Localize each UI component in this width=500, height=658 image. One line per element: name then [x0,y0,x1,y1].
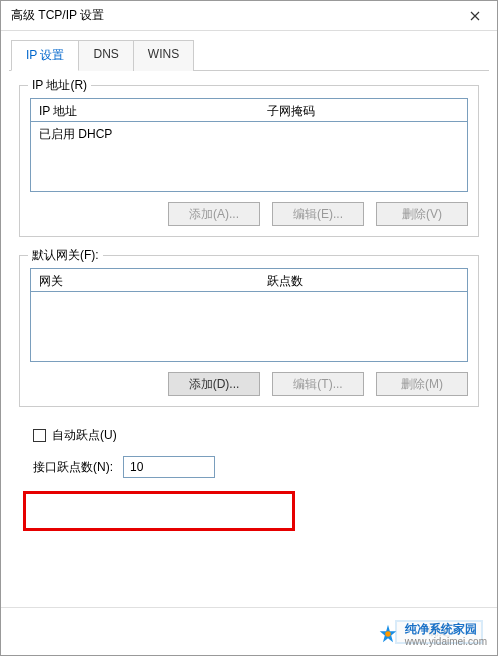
ip-edit-button: 编辑(E)... [272,202,364,226]
tab-panel-ip: IP 地址(R) IP 地址 子网掩码 已启用 DHCP 添加(A)... 编辑… [9,71,489,502]
tab-wins[interactable]: WINS [134,40,194,71]
col-metric: 跃点数 [259,269,467,291]
watermark: 纯净系统家园 www.yidaimei.com [373,619,491,649]
auto-metric-label: 自动跃点(U) [52,427,117,444]
interface-metric-row: 接口跃点数(N): [29,452,469,482]
ip-list-row[interactable]: 已启用 DHCP [39,126,459,143]
gateway-list-body[interactable] [30,292,468,362]
watermark-logo-icon [377,623,399,645]
ip-add-button[interactable]: 添加(A)... [168,202,260,226]
window-title: 高级 TCP/IP 设置 [11,7,104,24]
group-ip-title: IP 地址(R) [28,77,91,94]
titlebar: 高级 TCP/IP 设置 [1,1,497,31]
gateway-list-header: 网关 跃点数 [30,268,468,292]
close-button[interactable] [453,1,497,31]
ip-button-row: 添加(A)... 编辑(E)... 删除(V) [30,202,468,226]
watermark-text: 纯净系统家园 www.yidaimei.com [405,621,487,647]
gateway-button-row: 添加(D)... 编辑(T)... 删除(M) [30,372,468,396]
auto-metric-checkbox[interactable] [33,429,46,442]
watermark-url: www.yidaimei.com [405,636,487,647]
interface-metric-input[interactable] [123,456,215,478]
svg-point-0 [385,631,391,637]
dialog-window: 高级 TCP/IP 设置 IP 设置 DNS WINS IP 地址(R) IP … [0,0,498,656]
ip-list-body[interactable]: 已启用 DHCP [30,122,468,192]
group-gateway-title: 默认网关(F): [28,247,103,264]
gateway-edit-button: 编辑(T)... [272,372,364,396]
col-ip-address: IP 地址 [31,99,259,121]
group-gateways: 默认网关(F): 网关 跃点数 添加(D)... 编辑(T)... 删除(M) [19,255,479,407]
ip-remove-button: 删除(V) [376,202,468,226]
tab-ip-settings[interactable]: IP 设置 [11,40,79,71]
tab-strip: IP 设置 DNS WINS [9,39,489,71]
ip-list-header: IP 地址 子网掩码 [30,98,468,122]
col-subnet-mask: 子网掩码 [259,99,467,121]
tab-dns[interactable]: DNS [79,40,133,71]
close-icon [470,11,480,21]
group-ip-addresses: IP 地址(R) IP 地址 子网掩码 已启用 DHCP 添加(A)... 编辑… [19,85,479,237]
dialog-content: IP 设置 DNS WINS IP 地址(R) IP 地址 子网掩码 已启用 D… [1,31,497,655]
interface-metric-label: 接口跃点数(N): [33,459,113,476]
gateway-remove-button: 删除(M) [376,372,468,396]
auto-metric-section: 自动跃点(U) 接口跃点数(N): [29,425,469,482]
col-gateway: 网关 [31,269,259,291]
gateway-add-button[interactable]: 添加(D)... [168,372,260,396]
watermark-name: 纯净系统家园 [405,622,477,636]
auto-metric-row: 自动跃点(U) [29,425,469,452]
